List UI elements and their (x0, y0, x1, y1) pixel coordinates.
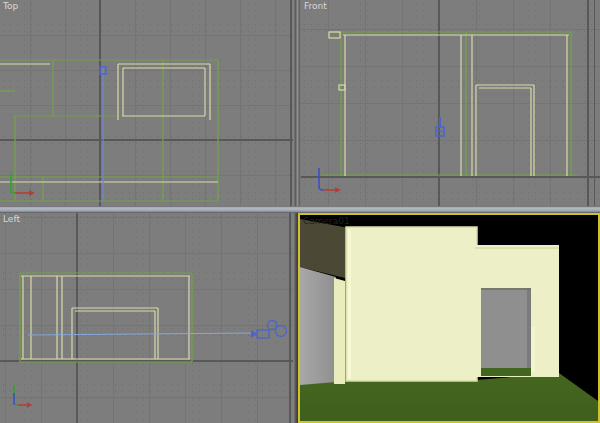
viewport-top[interactable]: Top (0, 0, 293, 206)
left-view-canvas (0, 213, 293, 423)
viewport-front[interactable]: Front (301, 0, 600, 206)
viewport-splitter-vertical-bottom[interactable] (293, 213, 298, 423)
wall-wireframe-plan[interactable] (0, 60, 218, 201)
viewport-label-camera[interactable]: Camera01 (303, 216, 350, 226)
camera-icon-side[interactable] (251, 321, 287, 339)
render-left-wall[interactable] (300, 267, 336, 385)
camera-object-side[interactable] (28, 321, 287, 339)
application-window: Top (0, 0, 600, 423)
top-view-canvas (0, 0, 293, 206)
front-view-canvas (301, 0, 600, 206)
wall-wireframe-front[interactable] (321, 32, 577, 176)
axis-tripod-front (319, 168, 341, 193)
render-floor-through-door (481, 368, 531, 376)
viewport-splitter-horizontal[interactable] (0, 206, 600, 213)
viewport-label-left[interactable]: Left (3, 214, 20, 224)
grid-lines (0, 0, 293, 206)
render-wall-edge-column[interactable] (334, 278, 345, 384)
grid-lines (0, 213, 293, 423)
render-main-wall[interactable] (346, 227, 477, 381)
viewport-splitter-vertical-top[interactable] (293, 0, 301, 206)
render-doorway[interactable] (481, 288, 531, 368)
wall-wireframe-side[interactable] (20, 273, 192, 362)
render-doorway-jamb (527, 288, 531, 368)
viewport-label-top[interactable]: Top (3, 1, 18, 11)
render-door-sliver (531, 327, 535, 372)
grid-major-lines (0, 213, 293, 423)
viewport-left[interactable]: Left (0, 213, 293, 423)
camera-render-canvas (300, 215, 598, 421)
viewport-camera[interactable]: Camera01 (298, 213, 600, 423)
render-main-wall-highlight (348, 229, 351, 379)
viewport-label-front[interactable]: Front (304, 1, 327, 11)
